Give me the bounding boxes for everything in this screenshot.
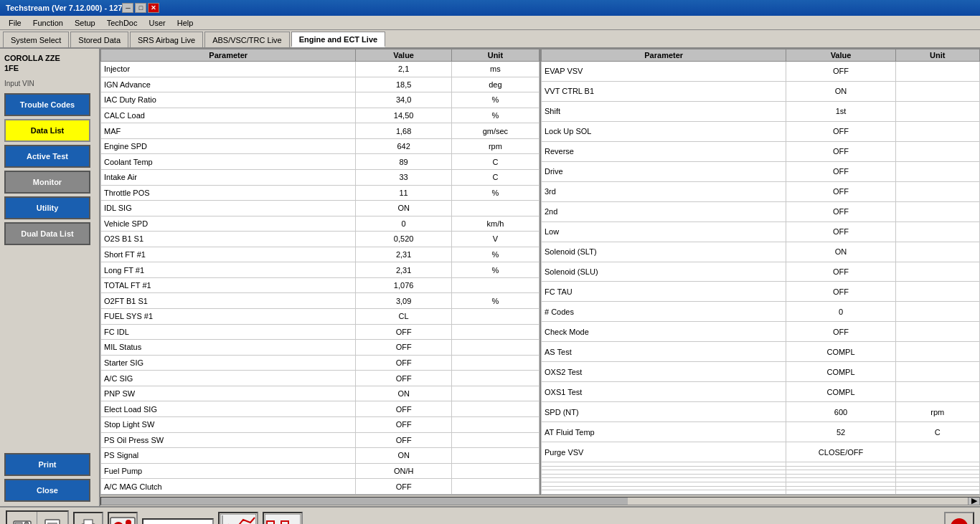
unit-cell: % <box>451 108 539 123</box>
value-cell: ON <box>356 201 451 216</box>
param-cell: Long FT #1 <box>101 262 356 278</box>
unit-cell <box>895 262 979 282</box>
table-row: MIL Status OFF <box>101 340 540 356</box>
signal-icon-btn[interactable] <box>263 512 303 524</box>
param-cell: O2FT B1 S1 <box>101 293 356 309</box>
value-cell: OFF <box>356 355 451 371</box>
trouble-codes-btn[interactable]: Trouble Codes <box>4 93 90 116</box>
tab-srs-airbag-live[interactable]: SRS Airbag Live <box>130 32 203 47</box>
graph-icon-btn[interactable] <box>218 512 258 524</box>
left-param-header: Parameter <box>101 49 356 62</box>
menu-setup[interactable]: Setup <box>69 17 101 29</box>
maximize-button[interactable]: □ <box>135 3 146 13</box>
table-row: PS Signal ON <box>101 448 540 464</box>
param-cell: Check Mode <box>542 322 786 342</box>
sidebar-bottom: Print Close <box>4 453 95 502</box>
menu-techdoc[interactable]: TechDoc <box>101 17 143 29</box>
value-cell: 1,076 <box>356 277 451 293</box>
param-cell: # Codes <box>542 302 786 322</box>
param-cell: FC IDL <box>101 324 356 340</box>
param-cell: Injector <box>101 62 356 77</box>
table-row: Shift 1st <box>542 101 980 121</box>
value-cell: OFF <box>786 322 895 342</box>
param-cell: Stop Light SW <box>101 416 356 432</box>
table-row: A/C MAG Clutch OFF <box>101 479 540 495</box>
param-cell: IAC Duty Ratio <box>101 92 356 108</box>
param-cell: Short FT #1 <box>101 247 356 262</box>
table-row: IDL SIG ON <box>101 201 540 216</box>
tab-abs-vsc-trc-live[interactable]: ABS/VSC/TRC Live <box>204 32 290 47</box>
close-window-button[interactable]: ✕ <box>148 3 159 13</box>
param-cell: Reverse <box>542 141 786 161</box>
dual-data-list-btn[interactable]: Dual Data List <box>4 222 90 245</box>
unit-cell: gm/sec <box>451 123 539 139</box>
unit-cell <box>451 277 539 293</box>
value-cell: OFF <box>356 371 451 386</box>
print-btn[interactable]: Print <box>4 453 90 476</box>
param-cell: Elect Load SIG <box>101 401 356 417</box>
param-cell: Purge VSV <box>542 442 786 462</box>
snapshot-icon-btn1[interactable] <box>7 512 37 524</box>
value-cell: OFF <box>356 401 451 417</box>
table-row: Starter SIG OFF <box>101 355 540 371</box>
unit-cell <box>895 362 979 382</box>
value-cell: OFF <box>786 201 895 221</box>
param-cell: Shift <box>542 101 786 121</box>
value-cell: CL <box>356 309 451 325</box>
param-cell: A/C SIG <box>101 371 356 386</box>
table-row: # Codes 0 <box>542 302 980 322</box>
param-cell: Lock Up SOL <box>542 121 786 141</box>
value-cell: OFF <box>786 181 895 201</box>
unit-cell <box>451 432 539 448</box>
table-row: Elect Load SIG OFF <box>101 401 540 417</box>
unit-cell <box>895 342 979 362</box>
sidebar-close-btn[interactable]: Close <box>4 479 90 502</box>
utility-btn[interactable]: Utility <box>4 196 90 219</box>
unit-cell <box>895 161 979 181</box>
unit-cell <box>895 302 979 322</box>
table-row: Drive OFF <box>542 161 980 181</box>
unit-cell: % <box>451 262 539 278</box>
value-cell: ON/H <box>356 463 451 479</box>
table-row: OXS1 Test COMPL <box>542 382 980 402</box>
table-row: Short FT #1 2,31 % <box>101 247 540 262</box>
svg-rect-19 <box>265 514 301 524</box>
table-row: Throttle POS 11 % <box>101 185 540 201</box>
snapshot-icon-btn2[interactable] <box>37 512 67 524</box>
value-cell: 33 <box>356 169 451 185</box>
value-cell: 0 <box>356 216 451 232</box>
table-row: IGN Advance 18,5 deg <box>101 77 540 92</box>
table-row: Solenoid (SLU) OFF <box>542 262 980 282</box>
horizontal-scrollbar[interactable]: ▶ <box>100 495 980 506</box>
table-row: Purge VSV CLOSE/OFF <box>542 442 980 462</box>
value-cell: ON <box>356 386 451 401</box>
minimize-button[interactable]: ─ <box>122 3 133 13</box>
tab-system-select[interactable]: System Select <box>3 32 69 47</box>
menu-user[interactable]: User <box>143 17 171 29</box>
unit-cell <box>451 324 539 340</box>
record-button[interactable] <box>944 512 974 524</box>
menu-help[interactable]: Help <box>171 17 199 29</box>
tab-stored-data[interactable]: Stored Data <box>70 32 128 47</box>
table-row: SPD (NT) 600 rpm <box>542 402 980 422</box>
param-cell: EVAP VSV <box>542 62 786 82</box>
all-data-dropdown[interactable]: All Data Freeze Frame <box>142 518 214 524</box>
data-list-btn[interactable]: Data List <box>4 119 90 142</box>
record-icon-btn[interactable] <box>108 512 138 524</box>
left-data-table: Parameter Value Unit Injector 2,1 ms IGN… <box>100 49 540 495</box>
monitor-btn[interactable]: Monitor <box>4 171 90 194</box>
value-cell: 14,50 <box>356 108 451 123</box>
titlebar-controls: ─ □ ✕ <box>122 3 159 13</box>
tab-engine-ect-live[interactable]: Engine and ECT Live <box>291 32 385 47</box>
menu-function[interactable]: Function <box>27 17 69 29</box>
value-cell: OFF <box>356 479 451 495</box>
unit-cell: % <box>451 92 539 108</box>
unit-cell: rpm <box>451 138 539 154</box>
print-icon-btn[interactable] <box>73 512 103 524</box>
value-cell: CLOSE/OFF <box>786 442 895 462</box>
table-row: PS Oil Press SW OFF <box>101 432 540 448</box>
active-test-btn[interactable]: Active Test <box>4 145 90 168</box>
value-cell: 2,1 <box>356 62 451 77</box>
tables-container[interactable]: Parameter Value Unit Injector 2,1 ms IGN… <box>100 49 980 495</box>
menu-file[interactable]: File <box>3 17 27 29</box>
